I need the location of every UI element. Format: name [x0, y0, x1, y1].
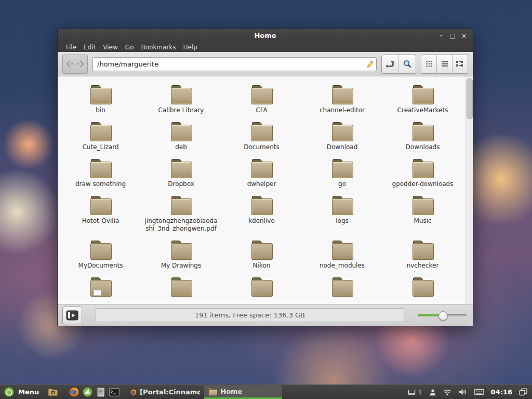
- firefox-launcher[interactable]: [67, 385, 81, 399]
- firefox-icon: [130, 388, 137, 396]
- folder-label: bin: [96, 107, 105, 114]
- folder-icon: [89, 85, 112, 104]
- workspace-applet[interactable]: 1: [408, 388, 422, 396]
- folder-item[interactable]: CFA: [221, 83, 302, 119]
- folder-item[interactable]: [382, 275, 463, 302]
- folder-label: Music: [414, 217, 431, 225]
- folder-icon: [411, 241, 434, 260]
- maximize-button[interactable]: □: [448, 31, 457, 41]
- menu-item[interactable]: Bookmarks: [137, 44, 179, 51]
- folder-icon: [411, 277, 434, 297]
- location-input[interactable]: [97, 60, 365, 68]
- compact-view-button[interactable]: [453, 55, 468, 73]
- clear-path-broom-icon[interactable]: [365, 60, 374, 69]
- folder-item[interactable]: [60, 275, 141, 302]
- folder-item[interactable]: Calibre Library: [141, 83, 221, 119]
- window-titlebar[interactable]: Home – □ ×: [58, 29, 473, 42]
- icon-view-button[interactable]: [421, 55, 437, 73]
- scrollbar-thumb[interactable]: [467, 78, 473, 119]
- folder-item[interactable]: [141, 275, 221, 302]
- minimize-button[interactable]: –: [436, 31, 446, 41]
- folder-icon: [411, 122, 434, 141]
- folder-item[interactable]: Cute_Lizard: [60, 119, 141, 156]
- search-icon: [403, 59, 412, 69]
- menu-button[interactable]: Menu: [0, 385, 46, 399]
- list-view-button[interactable]: [437, 55, 453, 73]
- folder-item[interactable]: Dropbox: [141, 156, 221, 193]
- network-applet[interactable]: [443, 389, 451, 396]
- folder-label: draw something: [75, 180, 126, 188]
- folder-item[interactable]: node_modules: [302, 238, 382, 275]
- search-button[interactable]: [399, 55, 416, 73]
- statusbar: 191 items, Free space: 136.3 GB: [58, 304, 473, 326]
- folder-item[interactable]: CreativeMarkets: [382, 83, 463, 119]
- folder-item[interactable]: go: [302, 156, 382, 193]
- image-app-launcher[interactable]: [81, 385, 94, 399]
- menu-item[interactable]: Go: [122, 44, 138, 51]
- desktop-wallpaper[interactable]: Home – □ × FileEditViewGoBookmarksHelp: [0, 0, 532, 399]
- volume-icon: [458, 388, 467, 396]
- sidebar-toggle-button[interactable]: [62, 307, 82, 324]
- folder-item[interactable]: kdenlive: [221, 193, 302, 238]
- menu-item[interactable]: View: [99, 44, 121, 51]
- folder-label: nvchecker: [407, 262, 439, 270]
- folder-label: dwhelper: [247, 180, 276, 188]
- folder-item[interactable]: MyDocuments: [60, 238, 141, 275]
- folder-item[interactable]: [221, 275, 302, 302]
- folder-item[interactable]: Documents: [221, 119, 302, 156]
- folder-label: channel-editor: [320, 107, 365, 114]
- folder-item[interactable]: logs: [302, 193, 382, 238]
- folder-icon: [250, 85, 273, 104]
- folder-item[interactable]: Music: [382, 193, 463, 238]
- vertical-scrollbar[interactable]: [466, 76, 473, 304]
- folder-label: Hotot-Ovilia: [82, 217, 119, 225]
- toggle-location-entry-button[interactable]: [382, 55, 399, 73]
- folder-item[interactable]: [302, 275, 382, 302]
- folder-item[interactable]: My Drawings: [141, 238, 221, 275]
- task-button-home[interactable]: Home: [204, 385, 282, 399]
- folder-item[interactable]: gpodder-downloads: [382, 156, 463, 193]
- folder-item[interactable]: Downloads: [382, 119, 463, 156]
- menu-item[interactable]: File: [62, 44, 80, 51]
- zoom-slider-handle[interactable]: [438, 311, 448, 321]
- keyboard-applet[interactable]: [474, 388, 484, 396]
- folder-item[interactable]: deb: [141, 119, 221, 156]
- menu-label: Menu: [18, 388, 39, 396]
- archive-manager-launcher[interactable]: [94, 385, 108, 399]
- folder-icon: [411, 85, 434, 104]
- folder-item[interactable]: Nikon: [221, 238, 302, 275]
- clock[interactable]: 04:16: [491, 388, 512, 396]
- workspace-number: 1: [418, 388, 422, 396]
- window-controls: – □ ×: [436, 31, 473, 41]
- menu-item[interactable]: Edit: [80, 44, 99, 51]
- back-icon[interactable]: [65, 60, 74, 68]
- folder-item[interactable]: draw something: [60, 156, 141, 193]
- folder-icon: [170, 196, 193, 215]
- menu-item[interactable]: Help: [180, 44, 201, 51]
- window-list: [Portal:Cinnamon/S... Home: [126, 385, 282, 399]
- image-app-icon: [83, 387, 92, 397]
- files-launcher[interactable]: [46, 385, 60, 399]
- terminal-launcher[interactable]: [108, 385, 121, 399]
- close-button[interactable]: ×: [459, 31, 469, 41]
- forward-icon[interactable]: [76, 60, 85, 68]
- folder-label: Nikon: [253, 262, 271, 270]
- task-button-firefox[interactable]: [Portal:Cinnamon/S...: [126, 385, 204, 399]
- location-bar[interactable]: [92, 57, 377, 71]
- volume-applet[interactable]: [458, 388, 467, 396]
- list-view-icon: [441, 61, 448, 67]
- folder-view[interactable]: bin Calibre Library CFA channel-: [58, 76, 473, 304]
- zoom-slider[interactable]: [418, 311, 467, 320]
- folder-item[interactable]: Hotot-Ovilia: [60, 193, 141, 238]
- folder-item[interactable]: bin: [60, 83, 141, 119]
- expo-applet[interactable]: [519, 388, 527, 396]
- folder-label: MyDocuments: [78, 262, 123, 270]
- folder-label: Calibre Library: [158, 107, 204, 114]
- folder-item[interactable]: dwhelper: [221, 156, 302, 193]
- folder-item[interactable]: jingtongzhengzebiaodashi_3nd_zhongwen.pd…: [141, 193, 221, 238]
- location-search-group: [381, 55, 416, 74]
- user-applet[interactable]: [429, 389, 436, 396]
- folder-item[interactable]: nvchecker: [382, 238, 463, 275]
- folder-item[interactable]: Download: [302, 119, 382, 156]
- folder-item[interactable]: channel-editor: [302, 83, 382, 119]
